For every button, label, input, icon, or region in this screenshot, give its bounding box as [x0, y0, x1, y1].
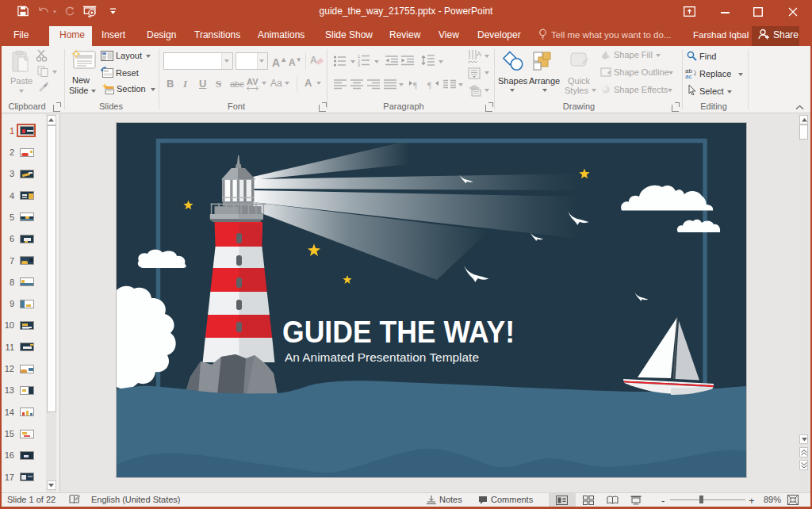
svg-text:A: A	[477, 50, 481, 58]
svg-text:GUIDE THE WAY!: GUIDE THE WAY!	[282, 316, 515, 349]
svg-text:3: 3	[358, 63, 360, 67]
svg-text:¶: ¶	[413, 80, 417, 90]
svg-text:An Animated Presentation Templ: An Animated Presentation Template	[285, 350, 479, 364]
svg-text:ac: ac	[685, 73, 691, 78]
svg-text:¶: ¶	[427, 80, 431, 90]
svg-text:A: A	[310, 55, 317, 66]
